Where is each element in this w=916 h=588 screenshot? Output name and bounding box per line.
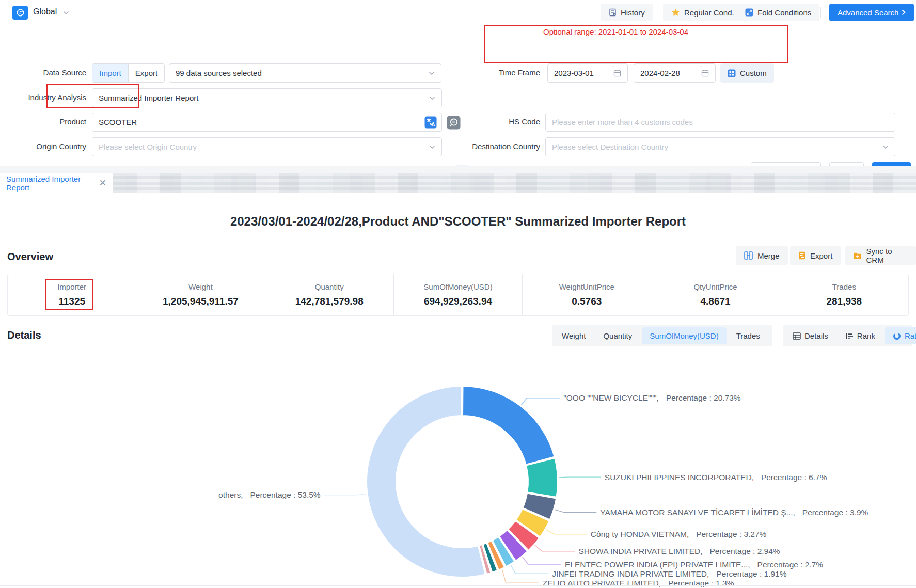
overview-heading: Overview <box>7 251 53 263</box>
stat-label: SumOfMoney(USD) <box>423 282 492 291</box>
data-source-label: Data Source <box>0 68 86 77</box>
history-icon <box>609 8 617 17</box>
rank-icon <box>846 332 854 340</box>
app-window: Global History Regular Cond. Fold Condit… <box>0 0 916 588</box>
slice-label: SUZUKI PHILIPPINES INCORPORATED,Percenta… <box>605 473 827 482</box>
stat-label: Weight <box>188 282 212 291</box>
stat-weight: Weight1,205,945,911.57 <box>136 274 265 315</box>
label-leader-line <box>555 510 596 512</box>
label-leader-line <box>521 398 560 405</box>
stat-value: 0.5763 <box>572 296 602 307</box>
stat-label: Importer <box>57 282 86 291</box>
close-tab-icon[interactable]: ✕ <box>99 179 106 187</box>
export-label: Export <box>810 251 832 260</box>
toolbar-divider <box>820 7 821 18</box>
sync-to-crm-label: Sync to CRM <box>866 247 908 264</box>
product-label: Product <box>0 117 86 126</box>
report-title: 2023/03/01-2024/02/28,Product AND"SCOOTE… <box>0 214 916 229</box>
slice-label: JINFEI TRADING INDIA PRIVATE LIMITED,Per… <box>552 569 786 578</box>
origin-country-select[interactable]: Please select Origin Country <box>92 137 442 156</box>
slice-label: "OOO ""NEW BICYCLE""",Percentage : 20.73… <box>563 393 741 402</box>
tab-summarized-importer-report[interactable]: Summarized Importer Report ✕ <box>0 173 113 193</box>
chevron-right-icon <box>902 9 906 15</box>
hs-code-input[interactable] <box>545 113 895 132</box>
industry-analysis-label: Industry Analysis <box>0 93 86 102</box>
date-to-value: 2024-02-28 <box>640 69 680 77</box>
translate-icon[interactable]: A <box>424 116 437 129</box>
data-source-toggle: Import Export <box>92 63 165 83</box>
slice-label: SHOWA INDIA PRIVATE LIMITED,Percentage :… <box>578 547 780 555</box>
merge-label: Merge <box>757 251 780 260</box>
top-bar: Global History Regular Cond. Fold Condit… <box>0 0 916 25</box>
time-frame-label: Time Frame <box>439 68 540 77</box>
tab-rank-view[interactable]: Rank <box>838 327 883 344</box>
region-selector[interactable]: Global <box>33 7 57 17</box>
tab-details-view[interactable]: Details <box>785 327 836 344</box>
overview-stats-card: Importer11325 Weight1,205,945,911.57 Qua… <box>7 274 909 316</box>
data-sources-select[interactable]: 99 data sources selected <box>169 63 441 83</box>
tab-title: Summarized Importer Report <box>6 174 94 192</box>
globe-icon <box>12 6 28 20</box>
stat-importer: Importer11325 <box>8 274 136 315</box>
table-icon <box>793 332 801 340</box>
slice-label: ZELIO AUTO PRIVATE LIMITED,Percentage : … <box>543 579 734 587</box>
sync-to-crm-button[interactable]: Sync to CRM <box>845 246 916 265</box>
slice-label: ELENTEC POWER INDIA (EPI) PRIVATE LIMITE… <box>565 560 823 569</box>
svg-text:A: A <box>431 121 435 128</box>
ratio-donut-chart: "OOO ""NEW BICYCLE""",Percentage : 20.73… <box>0 356 916 588</box>
import-toggle[interactable]: Import <box>92 64 129 82</box>
stat-quantity: Quantity142,781,579.98 <box>265 274 394 315</box>
metric-tab-group: Weight Quantity SumOfMoney(USD) Trades <box>552 325 772 346</box>
tab-quantity[interactable]: Quantity <box>595 327 640 344</box>
regular-cond-label: Regular Cond. <box>684 8 734 17</box>
tab-ratio-view[interactable]: Ratio <box>885 327 916 344</box>
fold-icon <box>745 8 753 17</box>
view-tab-group: Details Rank Ratio <box>783 325 912 346</box>
tab-trades[interactable]: Trades <box>729 327 768 344</box>
label-leader-line <box>523 557 561 564</box>
stat-label: Quantity <box>315 282 344 291</box>
fold-conditions-button[interactable]: Fold Conditions <box>737 4 819 21</box>
chevron-down-icon <box>429 145 435 149</box>
custom-range-button[interactable]: Custom <box>720 63 774 83</box>
product-input[interactable] <box>92 113 442 132</box>
tab-weight[interactable]: Weight <box>554 327 593 344</box>
chevron-down-icon[interactable] <box>63 11 69 15</box>
chevron-down-icon <box>429 71 435 75</box>
date-to-field[interactable]: 2024-02-28 <box>634 63 716 83</box>
merge-icon <box>744 251 753 260</box>
history-button[interactable]: History <box>601 4 653 21</box>
hs-code-label: HS Code <box>439 117 540 126</box>
calendar-icon <box>613 69 621 77</box>
report-content: 2023/03/01-2024/02/28,Product AND"SCOOTE… <box>0 193 916 588</box>
stat-value: 694,929,263.94 <box>424 296 492 307</box>
stat-qty-unit-price: QtyUnitPrice4.8671 <box>651 274 780 315</box>
industry-analysis-value: Summarized Importer Report <box>99 93 198 102</box>
tab-label: Rank <box>857 331 875 340</box>
export-toggle[interactable]: Export <box>129 64 164 82</box>
advanced-search-label: Advanced Search <box>838 8 898 17</box>
industry-analysis-select[interactable]: Summarized Importer Report <box>92 88 442 107</box>
origin-country-placeholder: Please select Origin Country <box>99 142 197 151</box>
stat-label: WeightUnitPrice <box>559 282 614 291</box>
tab-sum-of-money[interactable]: SumOfMoney(USD) <box>642 327 726 344</box>
label-leader-line <box>535 545 575 551</box>
destination-country-select[interactable]: Please select Destination Country <box>545 137 895 156</box>
pie-slice[interactable] <box>526 458 558 497</box>
details-heading: Details <box>7 329 41 341</box>
pie-chart-icon <box>893 332 901 340</box>
stat-value: 281,938 <box>826 296 862 307</box>
advanced-search-button[interactable]: Advanced Search <box>829 4 914 21</box>
origin-country-label: Origin Country <box>0 142 86 151</box>
data-sources-value: 99 data sources selected <box>176 69 262 77</box>
regular-cond-button[interactable]: Regular Cond. <box>663 4 743 21</box>
merge-button[interactable]: Merge <box>736 246 788 265</box>
export-button[interactable]: Export <box>790 246 841 265</box>
date-from-field[interactable]: 2023-03-01 <box>547 63 628 83</box>
slice-label: Công ty HONDA VIETNAM,Percentage : 3.27% <box>591 530 767 538</box>
section-gap <box>0 166 916 173</box>
custom-label: Custom <box>740 69 767 77</box>
section-divider <box>0 585 916 586</box>
export-file-icon <box>798 251 806 260</box>
search-form: Data Source Import Export 99 data source… <box>0 25 916 166</box>
